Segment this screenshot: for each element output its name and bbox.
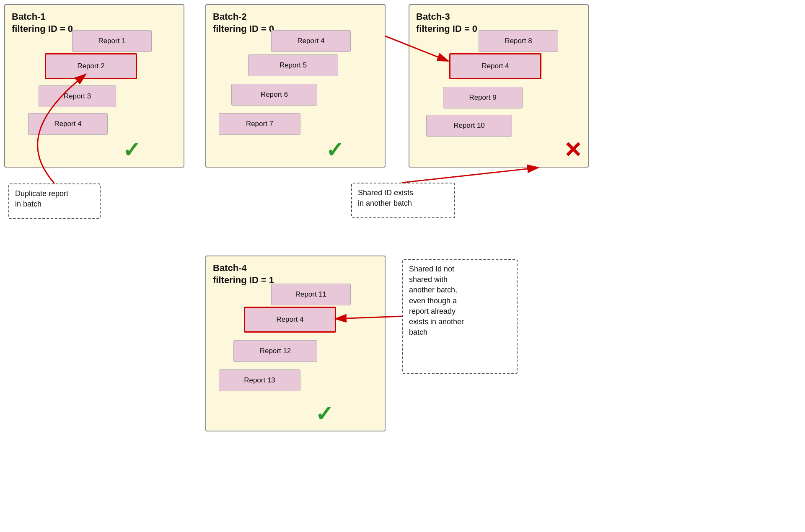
batch1-checkmark: ✓ <box>122 139 141 161</box>
report-card-highlighted: Report 2 <box>45 53 137 79</box>
annotation-text: Duplicate report in batch <box>15 189 68 208</box>
batch-box-3: Batch-3 filtering ID = 0 Report 8 Report… <box>409 4 589 168</box>
report-card: Report 9 <box>443 87 523 108</box>
annotation-shared-id: Shared ID exists in another batch <box>351 183 455 218</box>
batch4-title: Batch-4 filtering ID = 1 <box>213 262 378 286</box>
report-card: Report 7 <box>219 113 300 135</box>
arrow-shared-id-annotation <box>402 168 538 183</box>
report-card: Report 1 <box>72 30 152 52</box>
report-card: Report 4 <box>28 113 108 135</box>
report-label: Report 4 <box>54 120 81 128</box>
report-card: Report 10 <box>426 115 512 137</box>
batch2-checkmark: ✓ <box>326 139 344 161</box>
report-label: Report 5 <box>280 61 307 70</box>
report-label: Report 6 <box>261 90 288 99</box>
report-label: Report 13 <box>244 376 275 385</box>
report-label: Report 8 <box>505 37 532 45</box>
batch-box-4: Batch-4 filtering ID = 1 Report 11 Repor… <box>205 256 386 431</box>
batch4-checkmark: ✓ <box>315 403 334 425</box>
report-label: Report 4 <box>481 62 509 70</box>
report-label: Report 3 <box>64 92 91 101</box>
report-card: Report 3 <box>39 85 116 107</box>
report-card: Report 8 <box>479 30 558 52</box>
report-card: Report 6 <box>231 84 317 106</box>
report-label: Report 1 <box>98 37 125 45</box>
annotation-text: Shared ID exists in another batch <box>358 189 413 207</box>
report-card-highlighted: Report 4 <box>449 53 541 79</box>
report-label: Report 2 <box>77 62 104 70</box>
report-card: Report 11 <box>271 284 351 305</box>
batch3-xmark: ✕ <box>564 139 582 161</box>
report-card: Report 5 <box>248 54 338 76</box>
report-card: Report 12 <box>233 340 317 362</box>
batch-box-2: Batch-2 filtering ID = 0 Report 4 Report… <box>205 4 386 168</box>
diagram-container: Batch-1 filtering ID = 0 Report 1 Report… <box>0 0 805 532</box>
report-card-highlighted: Report 4 <box>244 307 336 333</box>
report-label: Report 9 <box>469 93 496 102</box>
report-label: Report 4 <box>297 37 324 45</box>
report-label: Report 7 <box>246 120 273 128</box>
report-label: Report 11 <box>295 290 327 299</box>
report-label: Report 12 <box>260 347 291 355</box>
report-label: Report 10 <box>453 121 485 130</box>
report-card: Report 13 <box>219 369 300 391</box>
annotation-text: Shared Id not shared with another batch,… <box>409 265 464 336</box>
report-label: Report 4 <box>276 315 303 324</box>
report-card: Report 4 <box>271 30 351 52</box>
annotation-duplicate: Duplicate report in batch <box>8 183 101 219</box>
annotation-shared-id-not-shared: Shared Id not shared with another batch,… <box>402 259 518 374</box>
batch-box-1: Batch-1 filtering ID = 0 Report 1 Report… <box>4 4 184 168</box>
